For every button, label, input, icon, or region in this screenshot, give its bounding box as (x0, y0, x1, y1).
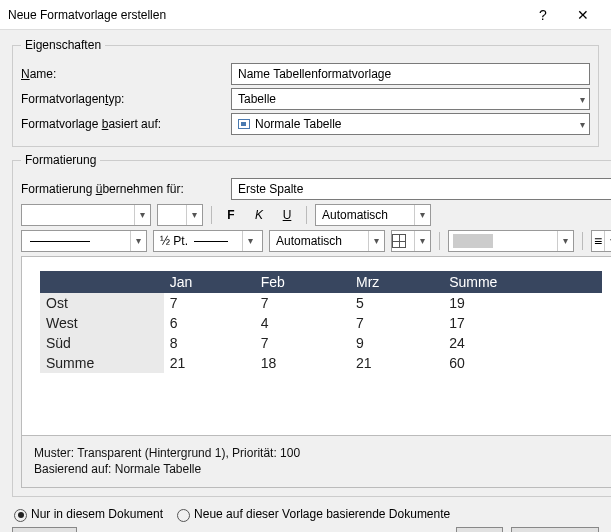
italic-button[interactable]: K (248, 204, 270, 226)
chevron-down-icon: ▾ (580, 94, 585, 105)
separator (439, 232, 440, 250)
chevron-down-icon: ▾ (580, 119, 585, 130)
titlebar: Neue Formatvorlage erstellen ? ✕ (0, 0, 611, 30)
line-weight-select[interactable]: ½ Pt. ▾ (153, 230, 263, 252)
help-button[interactable]: ? (523, 7, 563, 23)
border-toolbar: ▾ ½ Pt. ▾ Automatisch ▾ ▾ ▾ ≡ ▾ (21, 230, 611, 252)
table-row: Süd87924 (40, 333, 602, 353)
properties-legend: Eigenschaften (21, 38, 105, 52)
table-header-row: Jan Feb Mrz Summe (40, 271, 602, 293)
font-family-select[interactable]: ▾ (21, 204, 151, 226)
line-color-select[interactable]: Automatisch ▾ (269, 230, 385, 252)
close-button[interactable]: ✕ (563, 7, 603, 23)
fill-swatch (453, 234, 493, 248)
fill-color-select[interactable]: ▾ (448, 230, 574, 252)
formatting-group: Formatierung Formatierung übernehmen für… (12, 153, 611, 497)
underline-button[interactable]: U (276, 204, 298, 226)
bottom-bar: Format ▾ OK Abbrechen (12, 527, 599, 532)
window-title: Neue Formatvorlage erstellen (8, 8, 523, 22)
separator (306, 206, 307, 224)
name-input[interactable] (231, 63, 590, 85)
font-size-select[interactable]: ▾ (157, 204, 203, 226)
separator (582, 232, 583, 250)
radio-this-document[interactable]: Nur in diesem Dokument (14, 507, 163, 521)
font-color-select[interactable]: Automatisch ▾ (315, 204, 431, 226)
table-icon (238, 119, 250, 129)
radio-icon (14, 509, 27, 522)
basedon-label: Formatvorlage basiert auf: (21, 117, 231, 131)
properties-group: Eigenschaften Name: Formatvorlagentyp: T… (12, 38, 599, 147)
style-description: Muster: Transparent (Hintergrund 1), Pri… (21, 435, 611, 488)
alignment-button[interactable]: ≡ ▾ (591, 230, 611, 252)
line-style-select[interactable]: ▾ (21, 230, 147, 252)
cancel-button[interactable]: Abbrechen (511, 527, 599, 532)
borders-icon (392, 234, 406, 248)
borders-button[interactable]: ▾ (391, 230, 431, 252)
bold-button[interactable]: F (220, 204, 242, 226)
ok-button[interactable]: OK (456, 527, 503, 532)
table-row: Summe21182160 (40, 353, 602, 373)
applyto-select[interactable]: Erste Spalte ▾ (231, 178, 611, 200)
table-row: Ost77519 (40, 293, 602, 313)
font-toolbar: ▾ ▾ F K U Automatisch ▾ (21, 204, 611, 226)
basedon-select[interactable]: Normale Tabelle ▾ (231, 113, 590, 135)
separator (211, 206, 212, 224)
applyto-label: Formatierung übernehmen für: (21, 182, 231, 196)
scope-radios: Nur in diesem Dokument Neue auf dieser V… (14, 507, 597, 521)
align-icon: ≡ (594, 234, 602, 248)
radio-icon (177, 509, 190, 522)
name-label: Name: (21, 67, 231, 81)
format-button[interactable]: Format ▾ (12, 527, 77, 532)
table-row: West64717 (40, 313, 602, 333)
radio-new-documents[interactable]: Neue auf dieser Vorlage basierende Dokum… (177, 507, 450, 521)
type-select[interactable]: Tabelle ▾ (231, 88, 590, 110)
formatting-legend: Formatierung (21, 153, 100, 167)
type-label: Formatvorlagentyp: (21, 92, 231, 106)
preview-table: Jan Feb Mrz Summe Ost77519 West64717 Süd… (40, 271, 602, 373)
preview-pane: Jan Feb Mrz Summe Ost77519 West64717 Süd… (21, 256, 611, 436)
